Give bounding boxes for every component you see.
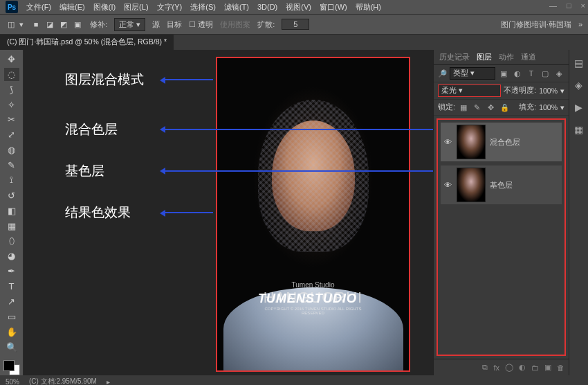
gradient-tool[interactable]: ▦ <box>4 220 19 233</box>
arrow-icon <box>162 212 213 213</box>
tab-actions[interactable]: 动作 <box>499 52 514 62</box>
chevron-down-icon[interactable]: ▾ <box>560 103 564 111</box>
layer-thumbnail[interactable] <box>457 125 486 159</box>
eyedropper-tool[interactable]: ⤢ <box>4 128 19 141</box>
tab-layers[interactable]: 图层 <box>477 52 492 62</box>
crop-tool[interactable]: ✂ <box>4 114 19 127</box>
annotation-blend-mode: 图层混合模式 <box>65 71 144 89</box>
layer-fx-icon[interactable]: fx <box>493 364 499 372</box>
marquee-tool-icon[interactable]: ◫ <box>6 19 17 30</box>
doc-size[interactable]: (C) 文档:2.95M/5.90M <box>29 377 97 385</box>
lock-move-icon[interactable]: ✥ <box>486 102 497 113</box>
chevron-down-icon[interactable]: ▾ <box>560 87 564 95</box>
menu-edit[interactable]: 编辑(E) <box>59 2 85 12</box>
transparent-checkbox[interactable]: ☐ 透明 <box>189 19 213 30</box>
layer-mask-icon[interactable]: ◯ <box>505 363 513 372</box>
new-layer-icon[interactable]: ▣ <box>544 363 551 372</box>
type-tool[interactable]: T <box>4 280 19 293</box>
lock-all-icon[interactable]: 🔒 <box>499 102 511 113</box>
repair-mode-select[interactable]: 正常 ▾ <box>114 18 145 31</box>
visibility-icon[interactable]: 👁 <box>443 181 452 189</box>
menu-text[interactable]: 文字(Y) <box>157 2 183 12</box>
filter-pixel-icon[interactable]: ▣ <box>498 68 509 79</box>
search-icon[interactable]: 🔎 <box>438 69 447 78</box>
eraser-tool[interactable]: ◧ <box>4 204 19 217</box>
layer-thumbnail[interactable] <box>457 168 486 202</box>
path-tool[interactable]: ↗ <box>4 295 19 308</box>
mode-add-icon[interactable]: ◪ <box>44 19 55 30</box>
filter-smart-icon[interactable]: ◈ <box>553 68 564 79</box>
filter-type-icon[interactable]: T <box>526 68 537 79</box>
opacity-label: 不透明度: <box>504 86 536 96</box>
menu-help[interactable]: 帮助(H) <box>356 2 381 12</box>
annotation-result: 结果色效果 <box>65 204 131 222</box>
diffuse-input[interactable]: 5 <box>282 19 309 30</box>
app-logo: Ps <box>6 1 18 13</box>
menu-image[interactable]: 图像(I) <box>93 2 116 12</box>
brush-tool[interactable]: ✎ <box>4 159 19 172</box>
mode-single-icon[interactable]: ■ <box>30 19 42 30</box>
menu-filter[interactable]: 滤镜(T) <box>224 2 249 12</box>
document-tab[interactable]: (C) 图门·韩国瑞.psd @ 50% (混合色层, RGB/8) * <box>0 35 174 50</box>
close-button[interactable]: × <box>581 1 585 10</box>
blur-tool[interactable]: ⬯ <box>4 235 19 248</box>
pen-tool[interactable]: ✒ <box>4 265 19 278</box>
menu-file[interactable]: 文件(F) <box>26 2 51 12</box>
dest-button[interactable]: 目标 <box>167 19 182 30</box>
chevron-down-icon[interactable]: ▾ <box>19 20 24 29</box>
layer-name[interactable]: 基色层 <box>490 180 513 190</box>
lock-brush-icon[interactable]: ✎ <box>472 102 483 113</box>
layers-panel-icon[interactable]: ◈ <box>573 79 585 91</box>
menu-view[interactable]: 视图(V) <box>286 2 311 12</box>
status-bar: 50% (C) 文档:2.95M/5.90M ▸ <box>0 375 588 385</box>
filter-shape-icon[interactable]: ▢ <box>540 68 551 79</box>
play-icon[interactable]: ▶ <box>573 101 585 114</box>
source-button[interactable]: 源 <box>152 19 160 30</box>
shape-tool[interactable]: ▭ <box>4 310 19 323</box>
zoom-level[interactable]: 50% <box>6 378 19 386</box>
marquee-tool[interactable]: ◌ <box>4 68 19 81</box>
menu-layer[interactable]: 图层(L) <box>124 2 148 12</box>
heal-tool[interactable]: ◍ <box>4 143 19 156</box>
filter-adjust-icon[interactable]: ◐ <box>512 68 523 79</box>
mode-intersect-icon[interactable]: ▣ <box>72 19 83 30</box>
layer-row[interactable]: 👁 基色层 <box>441 165 562 204</box>
wand-tool[interactable]: ✧ <box>4 98 19 111</box>
trash-icon[interactable]: 🗑 <box>557 364 564 372</box>
lock-pixels-icon[interactable]: ▦ <box>458 102 469 113</box>
swatches-panel-icon[interactable]: ▤ <box>573 57 585 69</box>
link-layers-icon[interactable]: ⧉ <box>482 363 488 372</box>
zoom-tool[interactable]: 🔍 <box>4 341 19 354</box>
maximize-button[interactable]: □ <box>567 1 571 10</box>
chevron-right-icon[interactable]: ▸ <box>107 378 110 386</box>
chevron-right-icon[interactable]: » <box>578 20 582 28</box>
minimize-button[interactable]: — <box>549 1 557 10</box>
visibility-icon[interactable]: 👁 <box>443 138 452 146</box>
filter-type-select[interactable]: 类型 ▾ <box>450 67 495 80</box>
color-swatch[interactable] <box>3 360 20 376</box>
annotation-blend-layer: 混合色层 <box>65 120 118 138</box>
canvas-area[interactable]: Tumen Studio HANGUORUI COPYRIGHT © 2016 … <box>24 50 433 375</box>
group-icon[interactable]: 🗀 <box>531 364 539 372</box>
layer-name[interactable]: 混合色层 <box>490 137 520 147</box>
move-tool[interactable]: ✥ <box>4 53 19 66</box>
menu-select[interactable]: 选择(S) <box>190 2 216 12</box>
opacity-value[interactable]: 100% <box>539 87 558 95</box>
lasso-tool[interactable]: ⟆ <box>4 83 19 96</box>
menu-3d[interactable]: 3D(D) <box>257 3 277 11</box>
layer-row[interactable]: 👁 混合色层 <box>441 123 562 161</box>
panel-icon[interactable]: ▦ <box>573 123 585 136</box>
adjustment-layer-icon[interactable]: ◐ <box>519 363 526 372</box>
dodge-tool[interactable]: ◕ <box>4 249 19 262</box>
history-brush-tool[interactable]: ↺ <box>4 189 19 202</box>
tab-history[interactable]: 历史记录 <box>439 52 470 62</box>
hand-tool[interactable]: ✋ <box>4 325 19 339</box>
blend-mode-select[interactable]: 柔光 ▾ <box>438 84 501 97</box>
menu-window[interactable]: 窗口(W) <box>320 2 347 12</box>
tab-channels[interactable]: 通道 <box>521 52 536 62</box>
arrow-icon <box>162 79 213 80</box>
mode-sub-icon[interactable]: ◩ <box>58 19 69 30</box>
use-pattern-button[interactable]: 使用图案 <box>220 19 250 30</box>
stamp-tool[interactable]: ⟟ <box>4 174 19 187</box>
fill-value[interactable]: 100% <box>539 103 558 111</box>
